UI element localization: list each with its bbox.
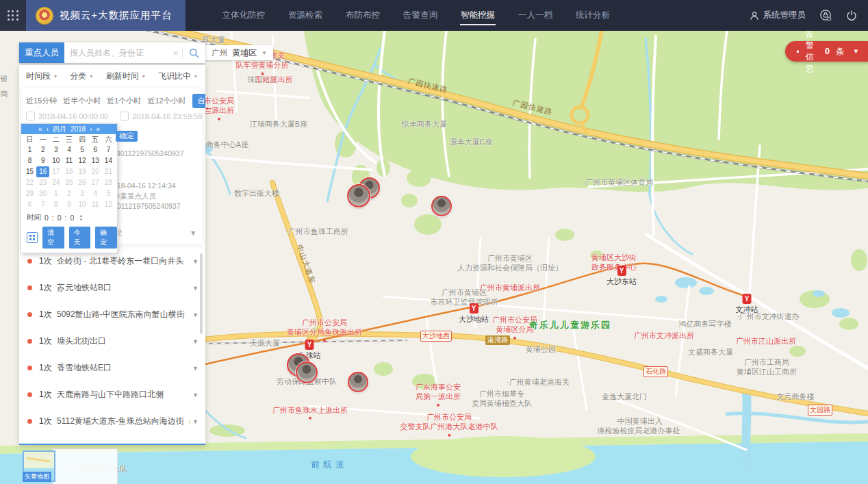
calendar-day[interactable]: 25 [62, 177, 75, 188]
calendar-day[interactable]: 10 [49, 155, 62, 166]
list-item[interactable]: 1次香雪地铁站E口▼ [19, 355, 205, 381]
stepper-down-icon[interactable]: ▼ [79, 218, 83, 222]
person-photo-marker[interactable] [347, 184, 370, 207]
calendar-day[interactable]: 5 [76, 144, 89, 155]
calendar-day[interactable]: 18 [62, 166, 75, 177]
start-datetime[interactable]: 2018-04-16 00:00:00 [38, 112, 108, 120]
calendar-day[interactable]: 29 [23, 188, 36, 199]
quick-range-option[interactable]: 近1个小时 [107, 96, 141, 106]
nav-item[interactable]: 立体化防控 [210, 0, 277, 31]
hour-value[interactable]: 0 [44, 214, 49, 222]
calendar-day[interactable]: 19 [76, 166, 89, 177]
list-item[interactable]: 1次天鹿南路与山下中路路口北侧▼ [19, 381, 205, 408]
calendar-day[interactable]: 10 [76, 199, 89, 210]
today-button[interactable]: 今天 [69, 227, 91, 249]
calendar-day[interactable]: 7 [102, 144, 115, 155]
calendar-day[interactable]: 5 [102, 188, 115, 199]
calendar-day[interactable]: 22 [23, 177, 36, 188]
list-item[interactable]: 1次5092蟹山路-中医院东南向蟹山横街▼ [19, 301, 205, 328]
calendar-day[interactable]: 8 [49, 199, 62, 210]
calendar-day[interactable]: 7 [36, 199, 49, 210]
calendar-day[interactable]: 28 [102, 177, 115, 188]
quick-range-option[interactable]: 近半个小时 [63, 96, 101, 106]
expand-chevron-icon[interactable]: ▼ [192, 311, 199, 318]
calendar-day[interactable]: 3 [76, 188, 89, 199]
calendar-day[interactable]: 15 [23, 166, 36, 177]
filter-dropdown[interactable]: 分类▾ [70, 71, 92, 82]
nav-item[interactable]: 布防布控 [334, 0, 392, 31]
second-value[interactable]: 0 [71, 214, 75, 222]
calendar-day[interactable]: 26 [76, 177, 89, 188]
calendar-day[interactable]: 23 [36, 177, 49, 188]
calendar-day[interactable]: 9 [36, 155, 49, 166]
expand-chevron-icon[interactable]: ▼ [192, 285, 199, 292]
clear-button[interactable]: 清空 [42, 227, 64, 249]
security-settings-button[interactable] [819, 9, 832, 22]
calendar-day[interactable]: 16 [36, 166, 49, 177]
minimap-mode-badge[interactable]: 矢量地图 [23, 472, 51, 482]
search-input[interactable] [64, 42, 168, 63]
expand-chevron-icon[interactable]: ▼ [192, 258, 199, 265]
calendar-day[interactable]: 2 [62, 188, 75, 199]
app-grid-icon[interactable] [0, 0, 26, 31]
calendar-day[interactable]: 3 [49, 144, 62, 155]
end-datetime[interactable]: 2018-04-16 23:59:59 [132, 112, 202, 120]
alert-expand-chevron[interactable]: ▼ [853, 48, 859, 55]
confirm-button[interactable]: 确定 [95, 227, 117, 249]
person-photo-marker[interactable] [431, 196, 452, 216]
calendar-day[interactable]: 27 [89, 177, 102, 188]
expand-chevron-icon[interactable]: ▼ [192, 365, 199, 372]
calendar-day[interactable]: 11 [89, 199, 102, 210]
calendar-day[interactable]: 12 [102, 199, 115, 210]
calendar-day[interactable]: 30 [36, 188, 49, 199]
logout-button[interactable] [846, 10, 857, 21]
person-photo-marker[interactable] [296, 361, 318, 383]
list-item[interactable]: 1次5112黄埔大道东-鱼珠总站向海边街（全）▼ [19, 408, 205, 435]
person-photo-marker[interactable] [348, 372, 368, 392]
calendar-toggle-icon[interactable] [27, 232, 38, 243]
user-menu[interactable]: 系统管理员 [750, 10, 806, 21]
region-selector[interactable]: 广州 黄埔区 ▼ [205, 45, 273, 60]
filter-dropdown[interactable]: 时间段▾ [26, 71, 57, 82]
time-stepper[interactable]: ▲ ▼ [79, 214, 83, 222]
calendar-day[interactable]: 4 [62, 144, 75, 155]
expand-chevron-icon[interactable]: ▼ [192, 392, 199, 398]
calendar-day[interactable]: 1 [49, 188, 62, 199]
calendar-day[interactable]: 20 [89, 166, 102, 177]
prev-month-button[interactable]: ‹ [47, 125, 49, 133]
next-year-button[interactable]: » [96, 125, 100, 133]
calendar-day[interactable]: 11 [62, 155, 75, 166]
calendar-day[interactable]: 1 [23, 144, 36, 155]
calendar-day[interactable]: 6 [23, 199, 36, 210]
nav-item[interactable]: 统计分析 [564, 0, 622, 31]
quick-range-option[interactable]: 近15分钟 [26, 96, 57, 106]
quick-range-option[interactable]: 近12个小时 [147, 96, 186, 106]
search-category-tag[interactable]: 重点人员 [19, 42, 64, 63]
range-confirm-button[interactable]: 确定 [116, 131, 138, 142]
prev-year-button[interactable]: « [38, 125, 42, 133]
calendar-mini-icon[interactable] [120, 112, 129, 120]
calendar-day[interactable]: 13 [89, 155, 102, 166]
calendar-day[interactable]: 12 [76, 155, 89, 166]
calendar-day[interactable]: 6 [89, 144, 102, 155]
calendar-day[interactable]: 17 [49, 166, 62, 177]
filter-dropdown[interactable]: 刷新时间▾ [106, 71, 145, 82]
calendar-day[interactable]: 4 [89, 188, 102, 199]
calendar-day[interactable]: 21 [102, 166, 115, 177]
nav-item[interactable]: 一人一档 [507, 0, 564, 31]
minute-value[interactable]: 0 [58, 214, 62, 222]
filter-dropdown[interactable]: 飞识比中▾ [158, 71, 197, 82]
alert-info-pill[interactable]: 告警信息 0 条 ▼ [785, 41, 868, 62]
search-button[interactable] [183, 48, 205, 58]
nav-item[interactable]: 智能挖掘 [449, 0, 507, 31]
next-month-button[interactable]: › [90, 125, 92, 133]
expand-chevron-icon[interactable]: ▼ [192, 418, 199, 425]
calendar-day[interactable]: 24 [49, 177, 62, 188]
list-item[interactable]: 1次苏元地铁站B口▼ [19, 275, 205, 301]
calendar-day[interactable]: 14 [102, 155, 115, 166]
calendar-day[interactable]: 2 [36, 144, 49, 155]
calendar-day[interactable]: 8 [23, 155, 36, 166]
nav-item[interactable]: 告警查询 [392, 0, 449, 31]
expand-chevron-icon[interactable]: ▼ [192, 338, 199, 345]
nav-item[interactable]: 资源检索 [277, 0, 334, 31]
